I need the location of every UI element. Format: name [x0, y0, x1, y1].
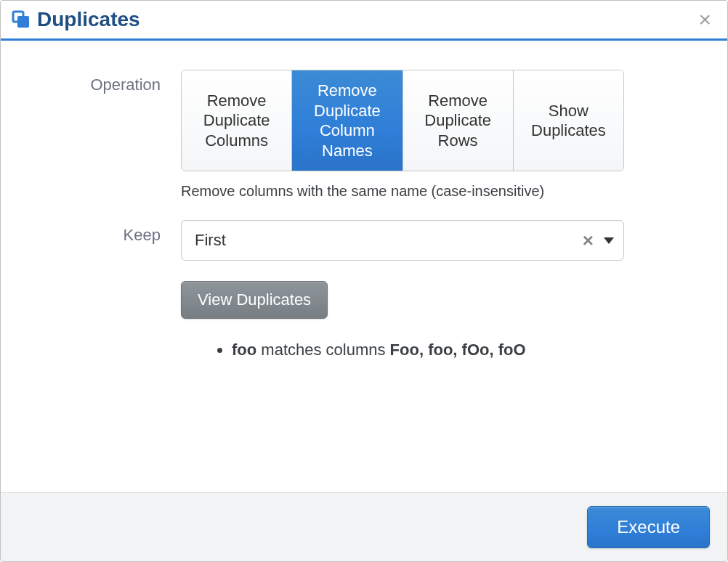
keep-label: Keep: [36, 220, 181, 245]
operation-label: Operation: [36, 70, 181, 94]
match-list: foo matches columns Foo, foo, fOo, foO: [181, 339, 692, 362]
operation-segment-group: Remove Duplicate Columns Remove Duplicat…: [181, 70, 624, 171]
operation-description: Remove columns with the same name (case-…: [181, 183, 692, 200]
close-icon[interactable]: ×: [695, 9, 714, 30]
match-key: foo: [232, 341, 256, 359]
view-duplicates-button[interactable]: View Duplicates: [181, 281, 328, 319]
keep-select-icons: ×: [583, 231, 614, 250]
operation-control: Remove Duplicate Columns Remove Duplicat…: [181, 70, 692, 200]
clear-icon[interactable]: ×: [583, 231, 594, 250]
chevron-down-icon[interactable]: [604, 237, 614, 244]
op-remove-duplicate-columns[interactable]: Remove Duplicate Columns: [182, 70, 292, 171]
operation-row: Operation Remove Duplicate Columns Remov…: [36, 70, 692, 200]
duplicates-dialog: Duplicates × Operation Remove Duplicate …: [0, 0, 728, 562]
keep-row: Keep First ×: [36, 220, 692, 261]
view-control: View Duplicates foo matches columns Foo,…: [181, 281, 692, 362]
keep-select[interactable]: First: [181, 220, 624, 261]
dialog-title-wrap: Duplicates: [11, 8, 140, 31]
svg-rect-1: [17, 16, 29, 28]
match-columns: Foo, foo, fOo, foO: [390, 341, 526, 359]
keep-select-wrap: First ×: [181, 220, 624, 261]
op-show-duplicates[interactable]: Show Duplicates: [514, 70, 623, 171]
match-item: foo matches columns Foo, foo, fOo, foO: [232, 339, 692, 362]
dialog-title: Duplicates: [37, 8, 140, 31]
op-remove-duplicate-rows[interactable]: Remove Duplicate Rows: [403, 70, 514, 171]
match-mid: matches columns: [256, 341, 389, 359]
keep-control: First ×: [181, 220, 692, 261]
dialog-footer: Execute: [1, 492, 727, 561]
op-remove-duplicate-column-names[interactable]: Remove Duplicate Column Names: [292, 70, 403, 171]
duplicates-icon: [11, 9, 31, 30]
dialog-header: Duplicates ×: [1, 1, 727, 41]
dialog-body: Operation Remove Duplicate Columns Remov…: [1, 41, 727, 492]
execute-button[interactable]: Execute: [587, 506, 710, 548]
view-label-empty: [36, 281, 181, 287]
view-row: View Duplicates foo matches columns Foo,…: [36, 281, 692, 362]
